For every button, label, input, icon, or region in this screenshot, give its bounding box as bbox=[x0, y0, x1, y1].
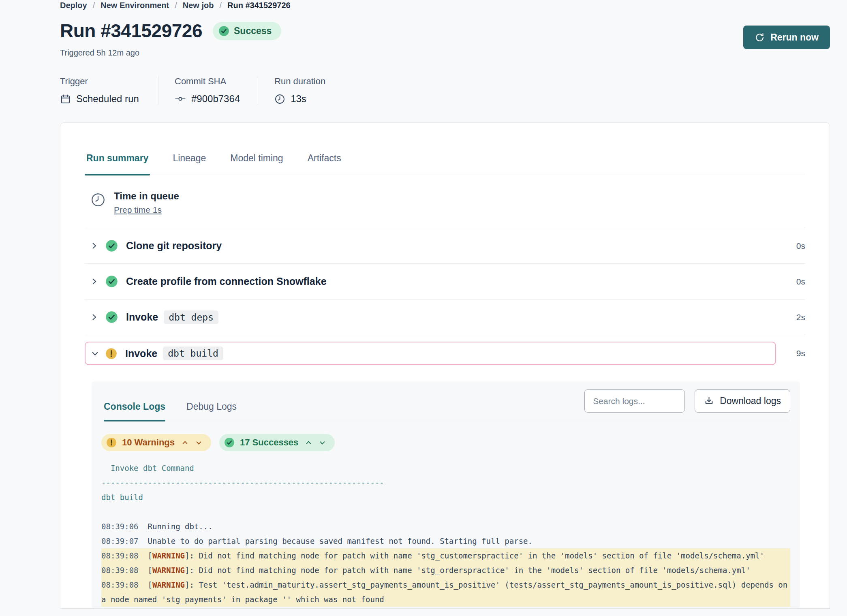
tab-artifacts[interactable]: Artifacts bbox=[306, 153, 343, 175]
warnings-badge[interactable]: 10 Warnings bbox=[101, 434, 211, 451]
tab-lineage[interactable]: Lineage bbox=[171, 153, 207, 175]
console-log-output[interactable]: Invoke dbt Command ---------------------… bbox=[101, 461, 790, 607]
bracket: ]: bbox=[185, 551, 199, 560]
page-container: Deploy / New Environment / New job / Run… bbox=[60, 0, 830, 609]
log-message: Did not find matching node for patch wit… bbox=[199, 566, 750, 575]
queue-clock-icon bbox=[90, 192, 106, 207]
queue-title: Time in queue bbox=[114, 190, 179, 202]
step-row-dbt-build: Invoke dbt build 9s bbox=[85, 342, 805, 365]
dbt-build-toggle[interactable]: Invoke dbt build bbox=[85, 342, 776, 365]
clock-icon bbox=[274, 94, 285, 105]
duration-value: 13s bbox=[291, 93, 306, 105]
log-tabs: Console Logs Debug Logs bbox=[101, 401, 237, 421]
run-summary-card: Run summary Lineage Model timing Artifac… bbox=[60, 122, 830, 609]
caret-up-icon[interactable] bbox=[305, 439, 312, 446]
download-label: Download logs bbox=[720, 396, 781, 406]
triggered-text: Triggered 5h 12m ago bbox=[60, 48, 281, 58]
log-message: Unable to do partial parsing because sav… bbox=[148, 537, 533, 545]
commit-icon bbox=[175, 93, 186, 105]
success-icon bbox=[105, 240, 118, 252]
log-controls: Download logs bbox=[584, 389, 790, 413]
run-tabs: Run summary Lineage Model timing Artifac… bbox=[85, 153, 805, 175]
warnings-badge-label: 10 Warnings bbox=[122, 437, 175, 448]
step-row-dbt-deps[interactable]: Invoke dbt deps 2s bbox=[85, 299, 805, 335]
search-logs-input[interactable] bbox=[584, 389, 685, 413]
caret-down-icon[interactable] bbox=[195, 439, 202, 446]
rerun-button[interactable]: Rerun now bbox=[743, 26, 830, 49]
page-title: Run #341529726 bbox=[60, 20, 202, 42]
meta-duration: Run duration 13s bbox=[258, 76, 357, 105]
log-line: dbt build bbox=[101, 490, 790, 505]
code-chip: dbt deps bbox=[164, 310, 218, 324]
success-icon bbox=[218, 26, 229, 36]
step-title: Invoke bbox=[125, 348, 157, 359]
prep-time-link[interactable]: Prep time 1s bbox=[114, 205, 162, 215]
breadcrumb-item-environment[interactable]: New Environment bbox=[101, 1, 169, 10]
log-line: ----------------------------------------… bbox=[101, 475, 790, 490]
success-icon bbox=[105, 275, 118, 288]
bracket: ]: bbox=[185, 580, 199, 589]
step-title: Clone git repository bbox=[126, 240, 222, 252]
warning-token: WARNING bbox=[152, 580, 185, 589]
trigger-label: Trigger bbox=[60, 76, 140, 87]
bracket: ]: bbox=[185, 566, 199, 575]
page-header: Run #341529726 Success Triggered 5h 12m … bbox=[60, 20, 830, 58]
meta-commit: Commit SHA #900b7364 bbox=[158, 76, 258, 105]
successes-badge-label: 17 Successes bbox=[240, 437, 298, 448]
breadcrumb-item-deploy[interactable]: Deploy bbox=[60, 1, 87, 10]
chevron-right-icon[interactable] bbox=[90, 278, 98, 285]
successes-badge[interactable]: 17 Successes bbox=[219, 434, 335, 451]
meta-trigger: Trigger Scheduled run bbox=[60, 76, 158, 105]
chevron-down-icon[interactable] bbox=[91, 350, 99, 357]
refresh-icon bbox=[755, 32, 765, 43]
tab-run-summary[interactable]: Run summary bbox=[85, 153, 150, 175]
status-badge: Success bbox=[213, 22, 281, 40]
commit-value: #900b7364 bbox=[191, 93, 240, 105]
bracket: [ bbox=[148, 580, 152, 589]
tab-console-logs[interactable]: Console Logs bbox=[104, 401, 165, 421]
step-row-create-profile[interactable]: Create profile from connection Snowflake… bbox=[85, 264, 805, 299]
step-row-clone-git[interactable]: Clone git repository 0s bbox=[85, 228, 805, 264]
calendar-icon bbox=[60, 94, 71, 105]
step-duration: 0s bbox=[796, 241, 805, 251]
time-in-queue-section: Time in queue Prep time 1s bbox=[85, 175, 805, 228]
log-timestamp: 08:39:08 bbox=[101, 566, 139, 575]
success-icon bbox=[224, 437, 235, 448]
step-duration: 0s bbox=[796, 277, 805, 287]
chevron-right-icon[interactable] bbox=[90, 313, 98, 321]
breadcrumb-separator: / bbox=[93, 1, 95, 10]
warning-token: WARNING bbox=[152, 551, 185, 560]
step-duration: 2s bbox=[796, 312, 805, 322]
success-icon bbox=[105, 311, 118, 323]
step-title: Create profile from connection Snowflake bbox=[126, 276, 327, 287]
caret-up-icon[interactable] bbox=[182, 439, 188, 446]
step-title: Invoke bbox=[126, 311, 158, 323]
log-line: Invoke dbt Command bbox=[101, 461, 790, 475]
log-panel-header: Console Logs Debug Logs Download logs bbox=[101, 389, 790, 421]
caret-down-icon[interactable] bbox=[319, 439, 326, 446]
log-panel: Console Logs Debug Logs Download logs bbox=[92, 381, 800, 608]
rerun-label: Rerun now bbox=[770, 32, 819, 43]
log-line: 08:39:06Running dbt... bbox=[101, 519, 790, 534]
warning-icon bbox=[106, 437, 117, 448]
bracket: [ bbox=[148, 566, 152, 575]
bracket: [ bbox=[148, 551, 152, 560]
duration-label: Run duration bbox=[274, 76, 339, 87]
log-timestamp: 08:39:06 bbox=[101, 522, 139, 531]
download-logs-button[interactable]: Download logs bbox=[695, 389, 790, 413]
step-duration: 9s bbox=[785, 349, 805, 358]
warning-token: WARNING bbox=[152, 566, 185, 575]
status-label: Success bbox=[234, 26, 272, 36]
log-badges: 10 Warnings 17 Successes bbox=[101, 434, 790, 451]
tab-model-timing[interactable]: Model timing bbox=[229, 153, 284, 175]
log-line-warning: 08:39:08[WARNING]: Did not find matching… bbox=[101, 563, 790, 578]
tab-debug-logs[interactable]: Debug Logs bbox=[186, 401, 237, 421]
warning-icon bbox=[105, 348, 117, 359]
code-chip: dbt build bbox=[163, 346, 223, 360]
breadcrumb-separator: / bbox=[175, 1, 177, 10]
run-meta: Trigger Scheduled run Commit SHA #900b73… bbox=[60, 76, 830, 105]
trigger-value: Scheduled run bbox=[76, 93, 139, 105]
chevron-right-icon[interactable] bbox=[90, 242, 98, 250]
log-line: 08:39:07Unable to do partial parsing bec… bbox=[101, 534, 790, 548]
breadcrumb-item-job[interactable]: New job bbox=[183, 1, 214, 10]
